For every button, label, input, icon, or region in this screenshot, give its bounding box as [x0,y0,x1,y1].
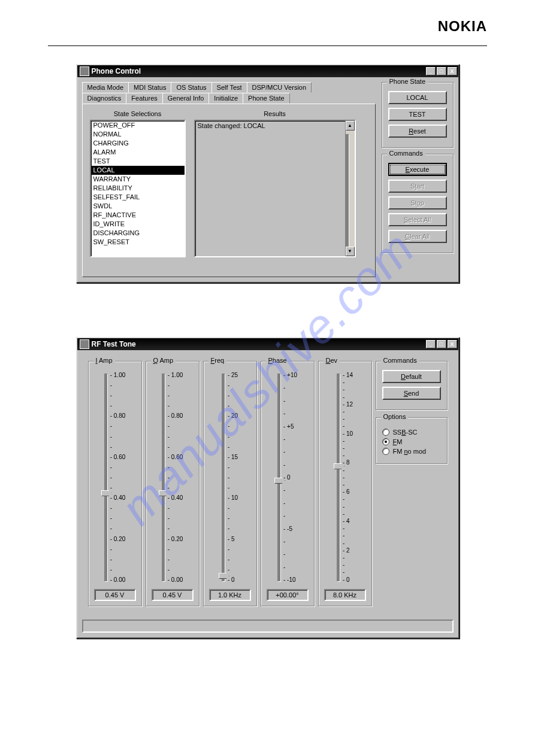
phase-slider[interactable] [277,374,281,582]
rf-options-legend: Options [381,413,409,420]
minimize-button[interactable]: _ [426,340,436,348]
tick-label: - 0.20 [168,536,183,542]
tab-media-mode[interactable]: Media Mode [82,82,129,93]
results-textarea[interactable]: State changed: LOCAL ▲ ▼ [194,120,356,257]
freq-slider[interactable] [222,374,225,582]
tab-features[interactable]: Features [126,93,162,104]
results-text: State changed: LOCAL [198,122,265,129]
iamp-slider[interactable] [104,374,108,582]
tab-phone-state[interactable]: Phone State [243,93,290,104]
phase-value-field[interactable]: +00.00° [267,589,309,601]
list-item[interactable]: CHARGING [91,139,185,148]
iamp-legend: I Amp [93,357,115,364]
list-item[interactable]: SW_RESET [91,238,185,247]
tick-label: - 10 [343,431,353,437]
tick-label: - 8 [343,460,353,466]
clear-all-button: Clear All [388,230,447,243]
start-button: Start [388,180,447,193]
option-fm-no-mod[interactable]: FM no mod [382,448,441,455]
rf-status-field [82,620,454,633]
tab-os-status[interactable]: OS Status [171,82,211,93]
phase-slider-group: Phase- +10---- +5---- 0---- -5---- -10+0… [261,361,315,606]
iamp-slider-group: I Amp- 1.00---- 0.80---- 0.60---- 0.40--… [88,361,142,606]
tab-dsp-mcu-version[interactable]: DSP/MCU Version [247,82,312,93]
list-item[interactable]: TEST [91,157,185,166]
list-item[interactable]: WARRANTY [91,175,185,184]
tick-label: - 1.00 [110,372,126,378]
execute-button[interactable]: Execute [388,163,447,176]
dev-slider[interactable] [337,374,340,582]
nokia-logo: NOKIA [438,18,487,34]
stop-button: Stop [388,196,447,210]
phone-state-group: Phone State LOCAL TEST Reset [382,82,454,148]
rf-title: RF Test Tone [92,340,425,348]
tab-panel-phone-state: State Selections POWER_OFFNORMALCHARGING… [82,104,376,277]
phone-control-titlebar[interactable]: Phone Control _ □ X [77,65,458,77]
scroll-down-icon[interactable]: ▼ [346,247,355,256]
option-ssb-sc[interactable]: SSB-SC [382,429,441,436]
commands-group: Commands Execute Start Stop Select All C… [382,154,454,253]
rf-titlebar[interactable]: RF Test Tone _ □ X [77,338,458,350]
results-scrollbar[interactable]: ▲ ▼ [345,121,355,256]
option-fm[interactable]: FM [382,438,441,445]
tick-label: - 0.00 [110,577,126,583]
list-item[interactable]: SWDL [91,202,185,211]
close-button[interactable]: X [448,340,457,348]
maximize-button[interactable]: □ [437,340,446,348]
list-item[interactable]: NORMAL [91,130,185,139]
tick-label: - +5 [283,424,297,430]
radio-icon [382,438,389,445]
freq-slider-group: Freq- 25---- 20---- 15---- 10---- 5---- … [203,361,257,606]
tab-self-test[interactable]: Self Test [211,82,247,93]
iamp-value-field[interactable]: 0.45 V [94,589,136,601]
minimize-button[interactable]: _ [426,67,436,75]
maximize-button[interactable]: □ [437,67,446,75]
tick-label: - 25 [228,372,238,378]
dev-value-field[interactable]: 8.0 KHz [324,589,366,601]
local-button[interactable]: LOCAL [388,91,447,104]
scroll-up-icon[interactable]: ▲ [346,121,355,130]
rf-commands-legend: Commands [381,357,419,364]
tick-label: - 0.80 [168,413,183,419]
tick-label: - -10 [283,577,297,583]
list-item[interactable]: RELIABILITY [91,184,185,193]
list-item[interactable]: DISCHARGING [91,229,185,238]
list-item[interactable]: RF_INACTIVE [91,211,185,220]
tab-general-info[interactable]: General Info [162,93,210,104]
list-item[interactable]: POWER_OFF [91,121,185,130]
freq-value-field[interactable]: 1.0 KHz [209,589,251,601]
state-selections-listbox[interactable]: POWER_OFFNORMALCHARGINGALARMTESTLOCALWAR… [90,120,186,257]
tick-label: - -5 [283,526,297,532]
commands-legend: Commands [387,150,425,157]
list-item[interactable]: ID_WRITE [91,220,185,229]
tick-label: - 20 [228,413,238,419]
qamp-legend: Q Amp [151,357,176,364]
list-item[interactable]: ALARM [91,148,185,157]
default-button[interactable]: Default [382,370,441,383]
send-button[interactable]: Send [382,387,441,400]
tick-label: - 0 [228,577,238,583]
tick-label: - 0.80 [110,413,126,419]
list-item[interactable]: SELFEST_FAIL [91,193,185,202]
tick-label: - 0.60 [110,454,126,460]
phase-legend: Phase [266,357,289,364]
tick-label: - 0.20 [110,536,126,542]
tick-label: - 1.00 [168,372,183,378]
list-item[interactable]: LOCAL [91,166,185,175]
tick-label: - 6 [343,489,353,495]
tab-initialize[interactable]: Initialize [208,93,243,104]
test-button[interactable]: TEST [388,108,447,121]
phone-control-title: Phone Control [92,67,425,75]
tab-mdi-status[interactable]: MDI Status [128,82,171,93]
tick-label: - 2 [343,548,353,554]
app-icon [80,339,89,349]
qamp-value-field[interactable]: 0.45 V [152,589,194,601]
close-button[interactable]: X [448,67,457,75]
freq-legend: Freq [208,357,227,364]
tab-diagnostics[interactable]: Diagnostics [82,93,127,104]
tick-label: - 0.40 [110,495,126,501]
rf-commands-group: Commands Default Send [376,361,448,410]
rf-test-tone-window: RF Test Tone _ □ X I Amp- 1.00---- 0.80-… [76,337,460,639]
qamp-slider[interactable] [162,374,165,582]
reset-button[interactable]: Reset [388,125,447,138]
